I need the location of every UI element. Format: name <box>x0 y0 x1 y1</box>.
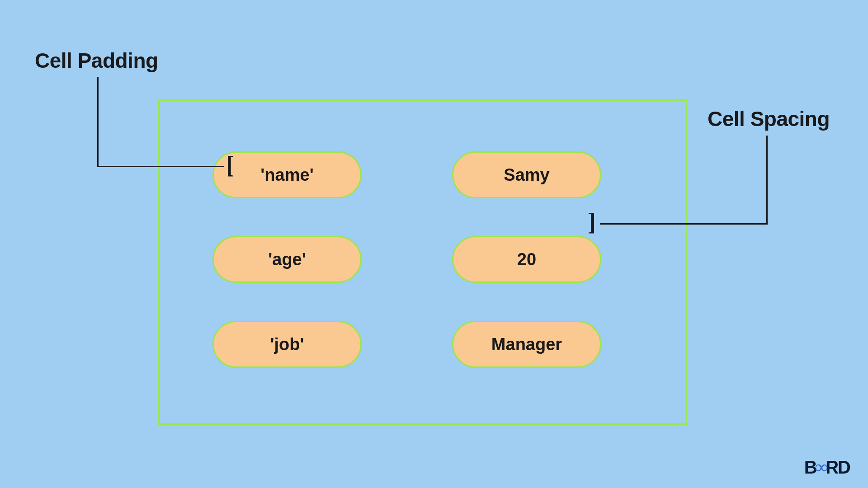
cell-r3c2: Manager <box>452 321 601 368</box>
board-logo: B ∞ RD <box>804 457 850 478</box>
cell-padding-label: Cell Padding <box>35 48 158 73</box>
spacing-pointer-vertical <box>766 136 768 225</box>
logo-text-b: B <box>804 457 816 478</box>
padding-bracket: [ <box>226 151 234 179</box>
infinity-icon: ∞ <box>815 456 827 478</box>
padding-pointer-vertical <box>97 77 99 167</box>
cell-spacing-label: Cell Spacing <box>708 107 830 131</box>
cell-r3c1: 'job' <box>212 321 362 368</box>
cell-r2c1: 'age' <box>212 236 362 283</box>
cell-r1c2: Samy <box>452 151 601 198</box>
logo-text-rd: RD <box>826 457 850 478</box>
padding-pointer-horizontal <box>97 166 224 167</box>
spacing-bracket: ] <box>588 208 596 236</box>
cell-r1c1: 'name' <box>212 151 362 198</box>
spacing-pointer-horizontal <box>600 223 767 225</box>
cell-r2c2: 20 <box>452 236 601 283</box>
